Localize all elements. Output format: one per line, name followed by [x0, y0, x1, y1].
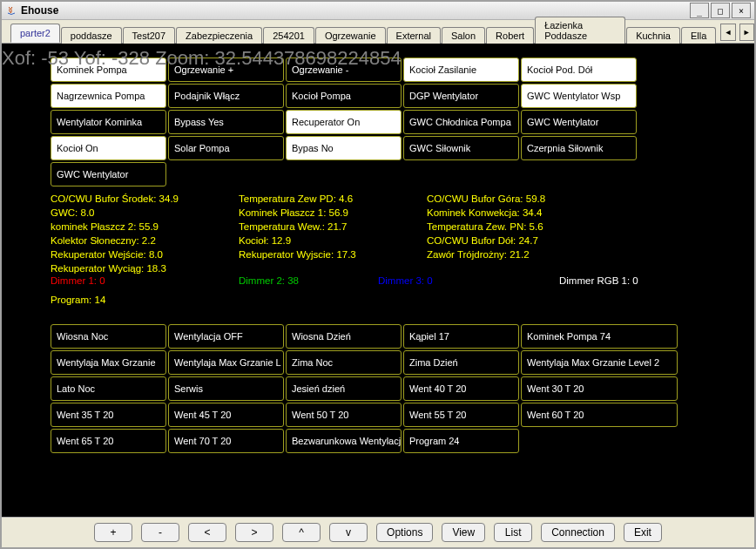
output-button-grid: Kominek PompaOgrzewanie +Ogrzewanie -Koc…: [51, 58, 637, 186]
coords-overlay: Xof: -53 Yof: -328 Zoom: 32.544378698224…: [2, 47, 402, 70]
status-line: Kominek Płaszcz 1: 56.9: [239, 206, 427, 220]
maximize-button[interactable]: □: [711, 3, 730, 18]
program-button[interactable]: Wiosna Noc: [51, 324, 166, 349]
status-line: CO/CWU Bufor Dół: 24.7: [427, 234, 636, 247]
toolbar-button[interactable]: <: [188, 523, 226, 542]
program-button[interactable]: Lato Noc: [51, 376, 166, 401]
minimize-button[interactable]: _: [690, 3, 709, 18]
output-button[interactable]: Kocioł Pompa: [286, 84, 402, 108]
output-button[interactable]: Bypass Yes: [168, 110, 284, 134]
window-title: Ehouse: [21, 4, 58, 17]
tab-scroll-right[interactable]: ►: [739, 24, 754, 41]
status-line: Rekuperator Wejście: 8.0: [51, 247, 239, 261]
toolbar-button[interactable]: ^: [282, 523, 321, 542]
status-block: CO/CWU Bufor Środek: 34.9GWC: 8.0kominek…: [51, 192, 705, 305]
tab-external[interactable]: External: [387, 27, 441, 44]
toolbar-button[interactable]: +: [94, 523, 132, 542]
tab-scroll-left[interactable]: ◄: [720, 24, 735, 41]
titlebar: Ehouse _ □ ×: [2, 2, 754, 20]
tab-ella[interactable]: Ella: [681, 27, 716, 44]
output-button[interactable]: DGP Wentylator: [403, 84, 519, 108]
toolbar-button[interactable]: Exit: [624, 523, 662, 542]
dimmer-1: Dimmer 1: 0: [51, 275, 239, 286]
toolbar-button[interactable]: v: [329, 523, 368, 542]
tab-parter2[interactable]: parter2: [10, 24, 60, 43]
dimmer-3: Dimmer 3: 0: [378, 275, 559, 286]
output-button[interactable]: Podajnik Włącz: [168, 84, 284, 108]
output-button[interactable]: Nagrzewnica Pompa: [51, 84, 166, 108]
close-button[interactable]: ×: [732, 3, 751, 18]
tab-bar: parter2poddaszeTest207Zabezpieczenia2542…: [2, 20, 754, 44]
output-button[interactable]: Bypas No: [286, 136, 402, 160]
program-button[interactable]: Bezwarunkowa Wentylacja: [286, 429, 402, 453]
program-button[interactable]: Went 55 T 20: [403, 403, 519, 427]
app-window: Ehouse _ □ × parter2poddaszeTest207Zabez…: [0, 0, 756, 549]
status-line: kominek Płaszcz 2: 55.9: [51, 220, 239, 234]
tab-test207[interactable]: Test207: [123, 27, 176, 44]
dimmer-rgb-1: Dimmer RGB 1: 0: [559, 275, 638, 286]
program-button-grid: Wiosna NocWentylacja OFFWiosna DzieńKąpi…: [51, 324, 678, 453]
output-button[interactable]: Recuperator On: [286, 110, 402, 134]
program-button[interactable]: Kominek Pompa 74: [521, 324, 678, 349]
program-button[interactable]: Kąpiel 17: [403, 324, 519, 349]
output-button[interactable]: Solar Pompa: [168, 136, 284, 160]
tab-salon[interactable]: Salon: [442, 27, 485, 44]
program-button[interactable]: Went 65 T 20: [51, 429, 166, 453]
program-button[interactable]: Went 30 T 20: [521, 376, 678, 401]
tab-robert[interactable]: Robert: [486, 27, 534, 44]
toolbar-button[interactable]: Connection: [541, 523, 615, 542]
program-button[interactable]: Jesień dzień: [286, 376, 402, 401]
program-button[interactable]: Wentylacja OFF: [168, 324, 284, 349]
output-button[interactable]: GWC Wentylator: [51, 162, 166, 186]
program-button[interactable]: Went 60 T 20: [521, 403, 678, 427]
program-button[interactable]: Zima Noc: [286, 350, 402, 375]
program-button[interactable]: Wentylaja Max Grzanie: [51, 350, 166, 375]
program-button[interactable]: Went 50 T 20: [286, 403, 402, 427]
dimmer-2: Dimmer 2: 38: [239, 275, 378, 286]
toolbar-button[interactable]: List: [494, 523, 532, 542]
status-line: Kominek Konwekcja: 34.4: [427, 206, 636, 220]
program-button[interactable]: Serwis: [168, 376, 284, 401]
output-button[interactable]: Kocioł Pod. Dół: [521, 58, 637, 82]
status-line: Temperatura Zew. PN: 5.6: [427, 220, 636, 234]
program-button[interactable]: Wentylaja Max Grzanie L: [168, 350, 284, 375]
status-line: Temperatura Zew PD: 4.6: [239, 192, 427, 206]
program-button[interactable]: Went 40 T 20: [403, 376, 519, 401]
output-button[interactable]: GWC Wentylator Wsp: [521, 84, 637, 108]
status-line: Kolektor Słoneczny: 2.2: [51, 234, 239, 247]
program-button[interactable]: Went 45 T 20: [168, 403, 284, 427]
tab-ogrzewanie[interactable]: Ogrzewanie: [315, 27, 386, 44]
tab-kuchnia[interactable]: Kuchnia: [626, 27, 680, 44]
program-button[interactable]: Program 24: [403, 429, 519, 453]
program-button[interactable]: Wentylaja Max Grzanie Level 2: [521, 350, 678, 375]
status-line: GWC: 8.0: [51, 206, 239, 220]
program-button[interactable]: Went 35 T 20: [51, 403, 166, 427]
output-button[interactable]: GWC Siłownik: [403, 136, 519, 160]
status-line: Temperatura Wew.: 21.7: [239, 220, 427, 234]
tab-zabezpieczenia[interactable]: Zabezpieczenia: [176, 27, 262, 44]
program-button[interactable]: Wiosna Dzień: [286, 324, 402, 349]
toolbar-button[interactable]: View: [442, 523, 485, 542]
toolbar-button[interactable]: >: [235, 523, 273, 542]
toolbar-button[interactable]: Options: [376, 523, 433, 542]
status-line: Zawór Trójdrożny: 21.2: [427, 247, 636, 261]
output-button[interactable]: Kocioł On: [51, 136, 166, 160]
output-button[interactable]: Wentylator Kominka: [51, 110, 166, 134]
java-icon: [5, 4, 17, 17]
tab-poddasze[interactable]: poddasze: [61, 27, 122, 44]
content-panel: Xof: -53 Yof: -328 Zoom: 32.544378698224…: [2, 44, 754, 517]
program-button[interactable]: Went 70 T 20: [168, 429, 284, 453]
output-button[interactable]: GWC Chłodnica Pompa: [403, 110, 519, 134]
output-button[interactable]: Kocioł Zasilanie: [403, 58, 519, 82]
output-button[interactable]: Czerpnia Siłownik: [521, 136, 637, 160]
output-button[interactable]: GWC Wentylator: [521, 110, 637, 134]
status-line: CO/CWU Bufor Góra: 59.8: [427, 192, 636, 206]
status-line: Kocioł: 12.9: [239, 234, 427, 247]
program-line: Program: 14: [51, 295, 705, 305]
program-button[interactable]: Zima Dzień: [403, 350, 519, 375]
tab-254201[interactable]: 254201: [263, 27, 314, 44]
status-line: Rekuperator Wyjscie: 17.3: [239, 247, 427, 261]
status-line: CO/CWU Bufor Środek: 34.9: [51, 192, 239, 206]
tab-łazienka poddasze[interactable]: Łazienka Poddasze: [535, 17, 625, 44]
toolbar-button[interactable]: -: [141, 523, 179, 542]
